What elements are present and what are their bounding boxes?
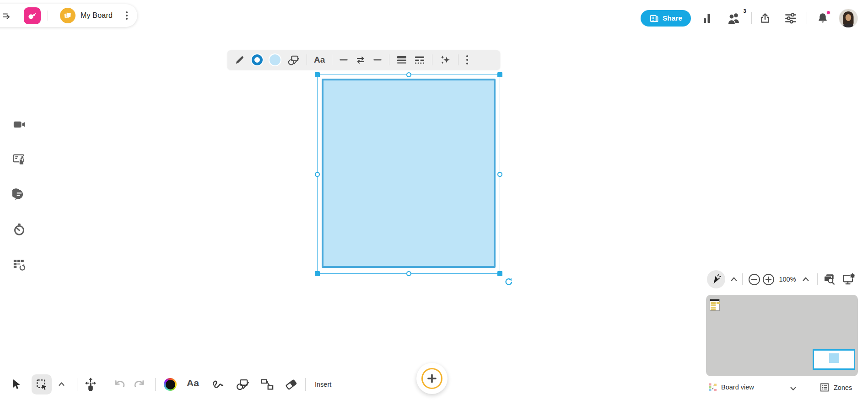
sliders-icon[interactable] <box>784 12 797 24</box>
magic-sparkles-icon[interactable] <box>439 54 451 65</box>
line-end-right-icon[interactable] <box>373 55 382 64</box>
chevron-up-icon[interactable] <box>730 276 738 282</box>
redo-icon[interactable] <box>133 378 146 390</box>
pencil-icon[interactable] <box>235 55 245 65</box>
fill-color-swatch[interactable] <box>270 54 280 65</box>
color-wheel-icon[interactable] <box>164 378 177 391</box>
pen-tool-icon[interactable] <box>211 378 225 391</box>
chart-icon[interactable] <box>702 12 713 24</box>
chevron-up-icon[interactable] <box>802 276 809 282</box>
add-plus-button[interactable] <box>416 363 447 394</box>
share-button[interactable]: Share <box>641 10 691 27</box>
swap-direction-icon[interactable] <box>355 55 366 65</box>
color-wheel-center <box>166 380 175 389</box>
laser-pointer-button[interactable] <box>707 270 725 288</box>
users-icon <box>727 12 741 25</box>
change-shape-icon[interactable] <box>287 54 300 66</box>
notification-dot <box>826 11 830 15</box>
header-left-pill: My Board <box>0 4 137 27</box>
collaborators-count-badge: 3 <box>744 8 746 14</box>
display-settings-icon[interactable] <box>842 272 856 286</box>
chevron-down-icon[interactable] <box>790 386 797 391</box>
zoom-out-icon[interactable] <box>748 273 760 286</box>
selection-bounding-box[interactable] <box>317 75 500 274</box>
connector-tool-icon[interactable] <box>260 378 274 391</box>
insert-label[interactable]: Insert <box>315 381 331 388</box>
laser-pointer-icon <box>711 274 722 285</box>
plus-icon <box>427 373 437 384</box>
board-title[interactable]: My Board <box>81 11 113 20</box>
text-tool-button[interactable]: Aa <box>187 378 199 389</box>
find-frames-icon[interactable] <box>823 273 836 286</box>
toolbar-divider <box>105 378 105 391</box>
board-icon[interactable] <box>60 8 75 23</box>
toolbar-divider <box>432 54 432 65</box>
presenter-mode-icon[interactable] <box>12 153 26 166</box>
gather-sort-icon[interactable] <box>12 258 26 272</box>
resize-handle-top-mid[interactable] <box>406 72 411 77</box>
undo-icon[interactable] <box>113 378 126 390</box>
eraser-tool-icon[interactable] <box>284 378 298 391</box>
topbar-divider <box>807 12 807 24</box>
chevron-up-icon[interactable] <box>58 381 65 387</box>
resize-handle-left-mid[interactable] <box>315 172 320 177</box>
toolbar-divider <box>389 54 389 65</box>
zoom-divider <box>817 273 818 285</box>
share-button-label: Share <box>663 14 682 22</box>
resize-handle-bottom-right[interactable] <box>497 271 502 276</box>
resize-handle-top-left[interactable] <box>315 72 320 77</box>
toolbar-divider <box>77 378 77 391</box>
topbar-divider <box>751 12 752 24</box>
avatar[interactable] <box>839 9 857 27</box>
minimap[interactable] <box>706 295 858 376</box>
select-cursor-icon[interactable] <box>10 378 23 391</box>
toolbar-divider <box>155 378 156 391</box>
kebab-menu-icon[interactable] <box>123 11 131 21</box>
notifications-button[interactable] <box>817 11 830 24</box>
timer-icon[interactable] <box>12 223 26 236</box>
shapes-tool-icon[interactable] <box>236 378 249 391</box>
pan-tool-icon[interactable] <box>84 377 97 392</box>
minimap-selected-shape <box>829 353 839 363</box>
share-board-icon <box>649 14 659 23</box>
line-style-icon[interactable] <box>414 55 425 65</box>
zones-label: Zones <box>834 384 852 391</box>
rotate-handle-icon[interactable] <box>504 278 513 287</box>
zoom-in-icon[interactable] <box>762 273 775 286</box>
minimap-viewport[interactable] <box>813 349 855 370</box>
plus-ring <box>421 368 442 389</box>
marquee-select-tool-active[interactable] <box>32 374 52 394</box>
stroke-color-swatch[interactable] <box>252 54 263 65</box>
zones-button[interactable]: Zones <box>819 383 852 392</box>
zoom-level[interactable]: 100% <box>777 276 798 283</box>
app-logo-icon[interactable] <box>24 7 41 24</box>
zoom-divider <box>742 273 743 285</box>
toolbar-divider <box>307 54 307 65</box>
text-style-button[interactable]: Aa <box>314 55 325 65</box>
video-camera-icon[interactable] <box>12 117 26 131</box>
selected-rectangle-shape[interactable] <box>322 79 496 268</box>
toolbar-divider <box>458 54 458 65</box>
collaborators-button[interactable]: 3 <box>727 12 742 26</box>
zones-list-icon <box>819 383 830 392</box>
collapse-panel-icon[interactable] <box>1 10 12 21</box>
more-options-icon[interactable] <box>465 55 469 65</box>
marquee-select-icon <box>36 378 48 391</box>
resize-handle-right-mid[interactable] <box>497 172 502 177</box>
chat-icon[interactable] <box>12 188 26 202</box>
resize-handle-bottom-mid[interactable] <box>406 271 411 276</box>
toolbar-divider <box>332 54 332 65</box>
context-toolbar: Aa <box>227 50 500 69</box>
header-divider <box>48 11 48 21</box>
minimap-table-thumbnail <box>710 299 720 311</box>
board-view-selector[interactable]: Board view <box>709 383 754 391</box>
board-view-icon <box>709 383 717 391</box>
resize-handle-top-right[interactable] <box>497 72 502 77</box>
line-weight-icon[interactable] <box>396 55 407 65</box>
board-view-label: Board view <box>721 384 754 391</box>
toolbar-divider <box>305 378 306 391</box>
line-end-left-icon[interactable] <box>339 55 348 64</box>
resize-handle-bottom-left[interactable] <box>315 271 320 276</box>
export-icon[interactable] <box>759 12 771 25</box>
